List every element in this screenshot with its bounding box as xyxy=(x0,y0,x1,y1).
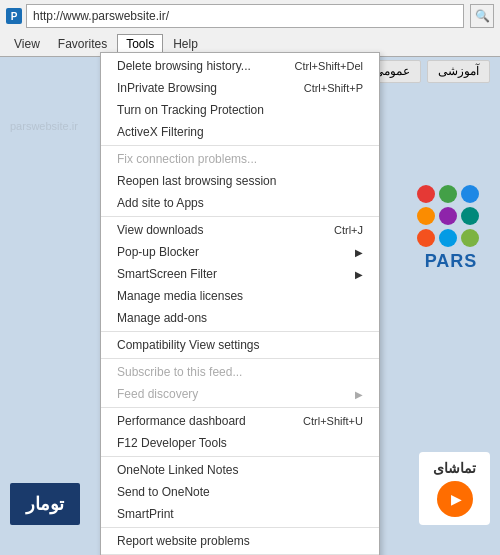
menu-help[interactable]: Help xyxy=(165,35,206,53)
logo-circle-2 xyxy=(439,185,457,203)
menu-item-report-problems[interactable]: Report website problems xyxy=(101,530,379,552)
menu-section-2: Fix connection problems... Reopen last b… xyxy=(101,146,379,217)
menu-item-addons[interactable]: Manage add-ons xyxy=(101,307,379,329)
menu-item-feed-discovery: Feed discovery ▶ xyxy=(101,383,379,405)
address-bar-row: P http://www.parswebsite.ir/ 🔍 xyxy=(0,0,500,32)
menu-item-perf-dashboard[interactable]: Performance dashboard Ctrl+Shift+U xyxy=(101,410,379,432)
logo-circle-7 xyxy=(417,229,435,247)
menu-section-8: Report website problems xyxy=(101,528,379,555)
browser-logo: P xyxy=(6,8,22,24)
arrow-icon: ▶ xyxy=(355,247,363,258)
tag-amozeshi[interactable]: آموزشی xyxy=(427,60,490,83)
logo-circle-1 xyxy=(417,185,435,203)
logo-circle-3 xyxy=(461,185,479,203)
dropdown-menu: Delete browsing history... Ctrl+Shift+De… xyxy=(100,52,380,555)
menu-item-compat-view[interactable]: Compatibility View settings xyxy=(101,334,379,356)
logo-circle-9 xyxy=(461,229,479,247)
menu-item-smartprint[interactable]: SmartPrint xyxy=(101,503,379,525)
address-bar[interactable]: http://www.parswebsite.ir/ xyxy=(26,4,464,28)
logo-circle-4 xyxy=(417,207,435,225)
arrow-icon-2: ▶ xyxy=(355,269,363,280)
play-circle: ▶ xyxy=(437,481,473,517)
menu-item-f12-tools[interactable]: F12 Developer Tools xyxy=(101,432,379,454)
bg-watermark: parswebsite.ir xyxy=(10,120,110,132)
menu-item-inprivate[interactable]: InPrivate Browsing Ctrl+Shift+P xyxy=(101,77,379,99)
menu-item-popup-blocker[interactable]: Pop-up Blocker ▶ xyxy=(101,241,379,263)
menu-section-6: Performance dashboard Ctrl+Shift+U F12 D… xyxy=(101,408,379,457)
menu-favorites[interactable]: Favorites xyxy=(50,35,115,53)
search-button[interactable]: 🔍 xyxy=(470,4,494,28)
play-icon: ▶ xyxy=(451,491,462,507)
tamashai-text: تماشای xyxy=(433,460,476,477)
tommar-text: تومار xyxy=(10,483,80,525)
menu-section-3: View downloads Ctrl+J Pop-up Blocker ▶ S… xyxy=(101,217,379,332)
menu-item-smartscreen[interactable]: SmartScreen Filter ▶ xyxy=(101,263,379,285)
menu-section-4: Compatibility View settings xyxy=(101,332,379,359)
logo-circles-container xyxy=(417,185,485,247)
logo-circle-5 xyxy=(439,207,457,225)
menu-item-reopen[interactable]: Reopen last browsing session xyxy=(101,170,379,192)
pars-logo-text: PARS xyxy=(417,251,485,272)
menu-item-fix-connection: Fix connection problems... xyxy=(101,148,379,170)
menu-view[interactable]: View xyxy=(6,35,48,53)
logo-circle-6 xyxy=(461,207,479,225)
tommar-banner: تومار xyxy=(10,483,80,525)
menu-item-delete-history[interactable]: Delete browsing history... Ctrl+Shift+De… xyxy=(101,55,379,77)
tamashai-banner: تماشای ▶ xyxy=(419,452,490,525)
pars-logo-area: PARS xyxy=(417,185,485,272)
menu-item-add-site[interactable]: Add site to Apps xyxy=(101,192,379,214)
logo-circle-8 xyxy=(439,229,457,247)
menu-item-send-onenote[interactable]: Send to OneNote xyxy=(101,481,379,503)
menu-item-subscribe-feed: Subscribe to this feed... xyxy=(101,361,379,383)
menu-item-downloads[interactable]: View downloads Ctrl+J xyxy=(101,219,379,241)
menu-item-onenote-linked[interactable]: OneNote Linked Notes xyxy=(101,459,379,481)
menu-item-tracking[interactable]: Turn on Tracking Protection xyxy=(101,99,379,121)
menu-section-1: Delete browsing history... Ctrl+Shift+De… xyxy=(101,53,379,146)
menu-item-media-licenses[interactable]: Manage media licenses xyxy=(101,285,379,307)
arrow-icon-3: ▶ xyxy=(355,389,363,400)
menu-section-7: OneNote Linked Notes Send to OneNote Sma… xyxy=(101,457,379,528)
menu-tools[interactable]: Tools xyxy=(117,34,163,54)
search-icon: 🔍 xyxy=(475,9,490,23)
browser-chrome: P http://www.parswebsite.ir/ 🔍 View Favo… xyxy=(0,0,500,57)
menu-section-5: Subscribe to this feed... Feed discovery… xyxy=(101,359,379,408)
menu-item-activex[interactable]: ActiveX Filtering xyxy=(101,121,379,143)
